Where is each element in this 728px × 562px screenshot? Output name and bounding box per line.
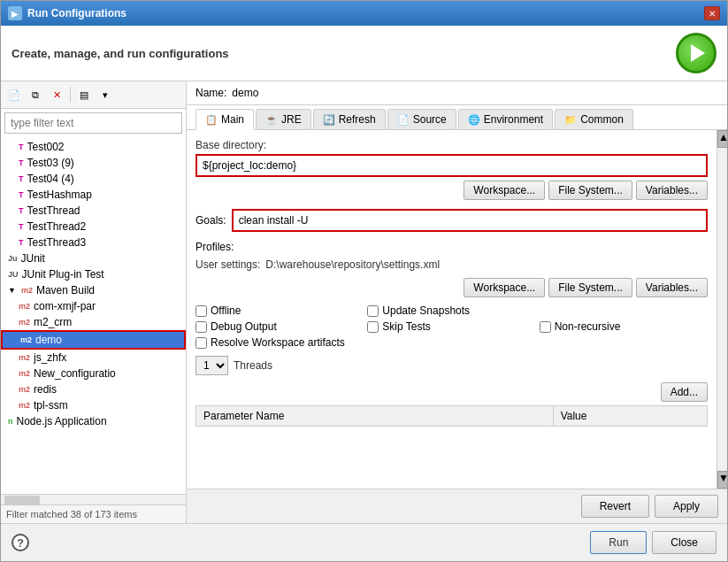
tree-item-label: Test03 (9) bbox=[27, 157, 74, 169]
add-parameter-button[interactable]: Add... bbox=[661, 382, 708, 402]
test-icon: T bbox=[19, 190, 24, 199]
maven-icon: m2 bbox=[21, 286, 33, 295]
maven-icon: m2 bbox=[19, 385, 30, 394]
tree-item-maven-build[interactable]: ▼ m2 Maven Build bbox=[1, 282, 186, 298]
tree-item-test04[interactable]: T Test04 (4) bbox=[1, 171, 186, 187]
environment-tab-icon: 🌐 bbox=[468, 114, 480, 126]
skip-tests-label: Skip Tests bbox=[382, 320, 430, 333]
tree-item-redis[interactable]: m2 redis bbox=[1, 381, 186, 397]
tree-item-js-zhfx[interactable]: m2 js_zhfx bbox=[1, 350, 186, 366]
tab-source[interactable]: 📄 Source bbox=[387, 109, 456, 129]
debug-output-checkbox[interactable] bbox=[195, 321, 207, 333]
tree-item-testthread3[interactable]: T TestThread3 bbox=[1, 235, 186, 250]
debug-output-checkbox-item: Debug Output bbox=[195, 320, 364, 333]
tree-item-label: TestThread bbox=[27, 204, 80, 217]
file-system-button-2[interactable]: File System... bbox=[548, 278, 632, 297]
variables-button-1[interactable]: Variables... bbox=[636, 181, 708, 200]
tree-item-com-xmjf-par[interactable]: m2 com-xmjf-par bbox=[1, 298, 186, 314]
tree-item-label: tpl-ssm bbox=[34, 399, 68, 412]
scrollbar-up[interactable]: ▲ bbox=[717, 130, 727, 148]
base-directory-label: Base directory: bbox=[195, 139, 708, 151]
source-tab-label: Source bbox=[413, 113, 447, 126]
new-config-button[interactable]: 📄 bbox=[4, 85, 24, 104]
test-icon: T bbox=[19, 174, 24, 183]
tree-item-label: m2_crm bbox=[34, 316, 72, 328]
tree-item-testthread[interactable]: T TestThread bbox=[1, 203, 186, 219]
tree-item-testthread2[interactable]: T TestThread2 bbox=[1, 219, 186, 235]
tree-item-tpl-ssm[interactable]: m2 tpl-ssm bbox=[1, 397, 186, 413]
tab-refresh[interactable]: 🔄 Refresh bbox=[313, 109, 386, 129]
run-button[interactable] bbox=[676, 33, 717, 73]
tab-main[interactable]: 📋 Main bbox=[195, 109, 254, 130]
tree-item-testhashmap[interactable]: T TestHashmap bbox=[1, 187, 186, 203]
duplicate-button[interactable]: ⧉ bbox=[26, 85, 45, 104]
configuration-tree: T Test002 T Test03 (9) T Test04 (4) T Te… bbox=[1, 137, 186, 494]
tree-item-label: js_zhfx bbox=[34, 351, 66, 364]
main-content-area: 📄 ⧉ ✕ ▤ ▾ T Test002 T Test03 (9) bbox=[1, 81, 727, 523]
workspace-button-2[interactable]: Workspace... bbox=[464, 278, 545, 297]
test-icon: T bbox=[19, 158, 24, 167]
name-row: Name: demo bbox=[187, 81, 727, 105]
horizontal-scrollbar[interactable] bbox=[1, 494, 186, 504]
user-settings-value: D:\warehouse\repository\settings.xml bbox=[265, 258, 440, 271]
scrollbar-down[interactable]: ▼ bbox=[717, 471, 727, 489]
tree-item-label: com-xmjf-par bbox=[34, 300, 96, 312]
close-window-button[interactable]: ✕ bbox=[704, 6, 720, 20]
tree-item-demo[interactable]: m2 demo bbox=[1, 330, 186, 350]
run-button-footer[interactable]: Run bbox=[590, 531, 647, 554]
tree-item-test03[interactable]: T Test03 (9) bbox=[1, 155, 186, 171]
dialog-footer: ? Run Close bbox=[1, 523, 727, 561]
update-snapshots-checkbox[interactable] bbox=[367, 305, 379, 317]
threads-select[interactable]: 1 2 4 bbox=[195, 356, 228, 375]
filter-input[interactable] bbox=[4, 112, 182, 134]
test-icon: T bbox=[19, 222, 24, 231]
tree-item-junit[interactable]: Ju JUnit bbox=[1, 250, 186, 266]
revert-button[interactable]: Revert bbox=[581, 495, 649, 518]
scrollbar-track bbox=[717, 148, 727, 471]
non-recursive-checkbox[interactable] bbox=[540, 321, 551, 333]
base-directory-input[interactable] bbox=[195, 154, 708, 177]
expand-button[interactable]: ▾ bbox=[96, 85, 115, 104]
scrollbar-thumb[interactable] bbox=[4, 496, 40, 504]
nodejs-icon: n bbox=[8, 417, 13, 426]
form-area: Base directory: Workspace... File System… bbox=[187, 130, 717, 489]
filter-button[interactable]: ▤ bbox=[74, 85, 94, 104]
file-system-button-1[interactable]: File System... bbox=[548, 181, 632, 200]
profiles-label: Profiles: bbox=[195, 241, 234, 253]
help-button[interactable]: ? bbox=[11, 534, 29, 551]
apply-button[interactable]: Apply bbox=[655, 495, 718, 518]
goals-label: Goals: bbox=[195, 214, 226, 227]
tab-environment[interactable]: 🌐 Environment bbox=[458, 109, 553, 129]
sidebar-toolbar: 📄 ⧉ ✕ ▤ ▾ bbox=[1, 81, 186, 109]
delete-button[interactable]: ✕ bbox=[47, 85, 66, 104]
variables-button-2[interactable]: Variables... bbox=[636, 278, 708, 297]
window-title: Run Configurations bbox=[27, 7, 126, 19]
tree-item-new-config[interactable]: m2 New_configuratio bbox=[1, 366, 186, 381]
tree-item-test002[interactable]: T Test002 bbox=[1, 139, 186, 155]
maven-icon: m2 bbox=[20, 335, 32, 344]
parameter-table: Parameter Name Value bbox=[195, 405, 708, 427]
param-value-column-header: Value bbox=[553, 406, 707, 427]
tab-jre[interactable]: ☕ JRE bbox=[256, 109, 311, 129]
skip-tests-checkbox[interactable] bbox=[367, 321, 379, 333]
tree-item-crm[interactable]: m2 m2_crm bbox=[1, 314, 186, 330]
tree-item-label: TestThread2 bbox=[27, 220, 87, 233]
offline-checkbox[interactable] bbox=[195, 305, 207, 317]
window-icon: ▶ bbox=[8, 6, 22, 20]
tab-common[interactable]: 📁 Common bbox=[555, 109, 633, 129]
workspace-button-1[interactable]: Workspace... bbox=[464, 181, 545, 200]
form-wrapper: Base directory: Workspace... File System… bbox=[187, 130, 727, 489]
resolve-workspace-checkbox[interactable] bbox=[195, 337, 207, 349]
close-button[interactable]: Close bbox=[652, 531, 717, 554]
right-scrollbar[interactable]: ▲ ▼ bbox=[717, 130, 727, 489]
maven-icon: m2 bbox=[19, 318, 30, 327]
user-settings-label: User settings: bbox=[195, 258, 260, 271]
goals-input[interactable] bbox=[232, 209, 708, 232]
tree-item-label: TestHashmap bbox=[27, 189, 92, 201]
tree-item-junit-plugin[interactable]: JU JUnit Plug-in Test bbox=[1, 266, 186, 282]
footer-buttons: Run Close bbox=[590, 531, 717, 554]
tree-item-nodejs[interactable]: n Node.js Application bbox=[1, 413, 186, 429]
sidebar: 📄 ⧉ ✕ ▤ ▾ T Test002 T Test03 (9) bbox=[1, 81, 187, 523]
test-icon: T bbox=[19, 142, 24, 151]
non-recursive-checkbox-item: Non-recursive bbox=[540, 320, 708, 333]
